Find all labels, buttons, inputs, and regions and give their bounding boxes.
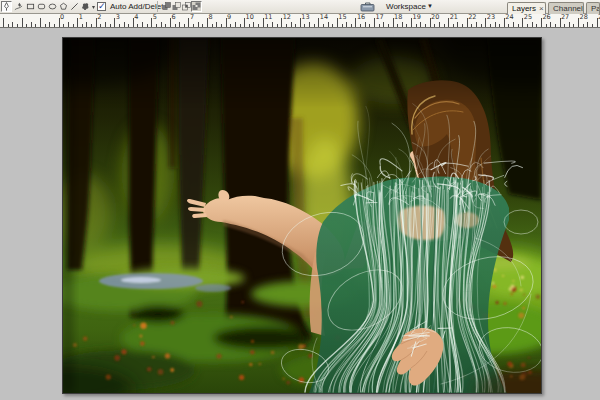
ruler-tick [499, 24, 500, 27]
ruler-tick [17, 24, 18, 27]
ruler-tick [369, 24, 370, 27]
ruler-tick [383, 22, 384, 27]
ruler-tick [175, 24, 176, 27]
flower-dot [511, 293, 513, 295]
ruler-tick [105, 22, 106, 27]
ruler-tick [420, 22, 421, 27]
tab-layers[interactable]: Layers× [507, 2, 546, 14]
ruler-tick [128, 24, 129, 27]
flower-dot [271, 351, 275, 355]
ruler-tick [49, 22, 50, 27]
rounded-rectangle-tool-button[interactable] [36, 1, 47, 12]
ruler-number: 1 [79, 14, 83, 21]
exclude-shape-areas-button[interactable] [191, 1, 202, 12]
ellipse-tool-button[interactable] [47, 1, 58, 12]
ruler-tick [351, 24, 352, 27]
document-canvas[interactable] [62, 37, 542, 394]
ruler-tick [91, 24, 92, 27]
flower-dot [140, 341, 145, 346]
workspace-dropdown[interactable]: Workspace [386, 2, 426, 11]
flower-dot [73, 343, 77, 347]
auto-add-delete-label: Auto Add/Delete [110, 2, 168, 11]
ruler-tick [212, 24, 213, 27]
ruler-number: 14 [320, 14, 328, 21]
ruler-tick [550, 22, 551, 27]
ruler-tick [156, 24, 157, 27]
freeform-pen-tool-button[interactable] [13, 1, 24, 12]
line-tool-button[interactable] [69, 1, 80, 12]
workspace-caret-icon[interactable]: ▼ [427, 3, 433, 9]
ruler-tick [546, 24, 547, 27]
tab-channels[interactable]: Channels [548, 2, 584, 14]
grass-glint [509, 287, 513, 291]
ruler-tick [564, 24, 565, 27]
ruler-tick [54, 24, 55, 27]
ruler-number: 16 [357, 14, 365, 21]
flower-dot [139, 335, 142, 338]
horizontal-ruler[interactable]: 0123456789101112131415161718192021222324… [0, 14, 600, 28]
flower-dot [298, 344, 304, 350]
flower-dot [523, 293, 525, 295]
ruler-tick [379, 24, 380, 27]
ruler-tick [124, 22, 125, 27]
ruler-number: 7 [190, 14, 194, 21]
ruler-tick [40, 18, 41, 27]
go-to-bridge-button[interactable] [359, 1, 377, 12]
flower-dot [282, 377, 285, 380]
ruler-tick [26, 24, 27, 27]
tool-options-caret-icon[interactable]: ▾ [92, 4, 95, 10]
ruler-tick [267, 24, 268, 27]
ruler-tick [406, 24, 407, 27]
ruler-tick [573, 24, 574, 27]
flower-dot [140, 323, 146, 329]
ruler-tick [481, 24, 482, 27]
ruler-tick [425, 24, 426, 27]
flower-dot [196, 301, 202, 307]
ruler-tick [277, 24, 278, 27]
tab-close-icon[interactable]: × [539, 4, 544, 13]
ellipse-icon [48, 2, 57, 11]
ruler-number: 22 [468, 14, 476, 21]
ruler-tick [165, 24, 166, 27]
ruler-number: 17 [375, 14, 383, 21]
subtract-shape-icon [172, 2, 181, 11]
ruler-number: 2 [97, 14, 101, 21]
ruler-tick [587, 22, 588, 27]
tab-paths-clipped[interactable]: Pa [586, 2, 600, 14]
ruler-tick [536, 24, 537, 27]
options-separator [157, 1, 158, 12]
ruler-tick [453, 24, 454, 27]
ruler-tick [137, 24, 138, 27]
pen-icon [2, 2, 11, 11]
ruler-tick [249, 24, 250, 27]
ruler-tick [592, 24, 593, 27]
ruler-tick [555, 24, 556, 27]
ruler-number: 19 [413, 14, 421, 21]
ruler-tick [462, 24, 463, 27]
ruler-tick [240, 24, 241, 27]
ruler-tick [272, 22, 273, 27]
pen-tool-button[interactable] [1, 1, 12, 12]
polygon-tool-button[interactable] [58, 1, 69, 12]
ruler-tick [532, 22, 533, 27]
flower-dot [518, 313, 524, 319]
tab-paths-label: Pa [591, 4, 600, 13]
custom-shape-tool-button[interactable] [80, 1, 91, 12]
ruler-tick [253, 22, 254, 27]
ruler-tick [314, 24, 315, 27]
rectangle-tool-button[interactable] [25, 1, 36, 12]
ruler-tick [73, 24, 74, 27]
auto-add-delete-checkbox[interactable]: ✓ [97, 2, 106, 11]
ruler-tick [476, 22, 477, 27]
ruler-tick [323, 24, 324, 27]
flower-dot [504, 302, 507, 305]
ruler-tick [35, 24, 36, 27]
bridge-icon [360, 1, 376, 12]
flower-dot [528, 357, 530, 359]
ruler-tick [142, 22, 143, 27]
polygon-icon [59, 2, 68, 11]
flower-dot [158, 369, 164, 375]
ruler-tick [68, 22, 69, 27]
flower-dot [170, 368, 174, 372]
ruler-tick [583, 24, 584, 27]
